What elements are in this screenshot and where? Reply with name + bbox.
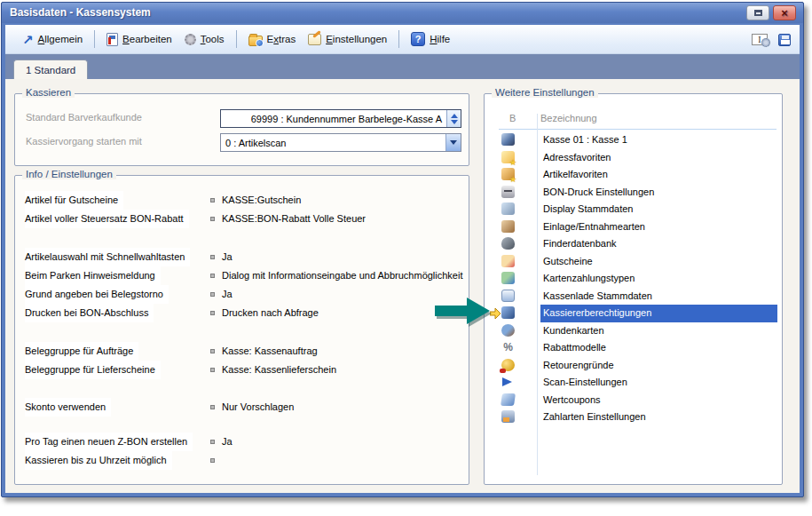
list-item-kundenkarten[interactable]: Kundenkarten [485, 322, 780, 340]
percent-icon: % [501, 341, 515, 353]
barverkaufkunde-field[interactable]: 69999 : Kundennummer Barbelege-Kasse A [220, 109, 461, 128]
list-item-einlage-entnahmearten[interactable]: Einlage/Entnahmearten [485, 218, 780, 236]
list-item-label: Kasse 01 : Kasse 1 [540, 131, 777, 149]
arrow-up-right-icon: ↗ [22, 33, 34, 46]
list-item-label: Display Stammdaten [540, 201, 777, 218]
info-row-label: Pro Tag einen neuen Z-BON erstellen [25, 433, 193, 451]
info-row: Beleggruppe für LieferscheineKasse: Kass… [15, 361, 469, 379]
toolbar-item-tools[interactable]: Tools [178, 31, 231, 48]
dropdown-arrow-icon[interactable] [445, 134, 461, 151]
list-item-label: Kartenzahlungstypen [540, 270, 777, 288]
close-button[interactable]: × [773, 5, 796, 20]
info-row-value: Drucken nach Abfrage [222, 304, 319, 322]
toolbar-item-bearbeiten[interactable]: Bearbeiten [100, 30, 178, 49]
toolbar-separator [398, 30, 399, 48]
toolbar-separator [94, 30, 95, 48]
list-item-kassiererberechtigungen[interactable]: Kassiererberechtigungen [485, 305, 780, 322]
bullet-square-icon [210, 311, 215, 315]
bullet-square-icon [210, 349, 215, 353]
info-row: Grund angeben bei BelegstornoJa [15, 285, 469, 304]
list-item-artikelfavoriten[interactable]: Artikelfavoriten [485, 166, 780, 184]
bullet-square-icon [210, 440, 215, 444]
list-item-label: Wertcoupons [540, 392, 777, 409]
list-item-label: Kundenkarten [540, 322, 777, 340]
group-info-title: Info / Einstellungen [22, 169, 116, 179]
info-row: Artikel voller Steuersatz BON-RabattKASS… [15, 210, 469, 228]
tab-standard[interactable]: 1 Standard [13, 60, 88, 79]
title-bar[interactable]: Basisdaten - Kassensystem × [2, 3, 803, 23]
group-weitere-einstellungen: Weitere Einstellungen B Bezeichnung Kass… [484, 93, 783, 485]
folder-info-icon [248, 36, 263, 46]
list-item-label: Kassiererberechtigungen [540, 305, 777, 322]
list-header: B Bezeichnung [485, 113, 782, 129]
field-label-barverkaufkunde: Standard Barverkaufkunde [26, 112, 142, 123]
payment-cards-icon [501, 272, 515, 284]
list-item-label: Gutscheine [540, 253, 777, 271]
list-item-label: Finderdatenbank [540, 235, 777, 253]
content-area: Kassieren Standard Barverkaufkunde 69999… [5, 79, 800, 493]
list-item-kartenzahlungstypen[interactable]: Kartenzahlungstypen [485, 270, 780, 288]
document-icon [501, 290, 515, 302]
list-item-wertcoupons[interactable]: Wertcoupons [485, 392, 780, 409]
rename-cursor-icon[interactable]: I [752, 34, 768, 45]
minimize-button[interactable] [746, 5, 769, 20]
list-item-label: Einlage/Entnahmearten [540, 218, 777, 236]
group-kassieren-title: Kassieren [22, 87, 75, 98]
bullet-square-icon [210, 458, 215, 463]
toolbar-item-label: Tools [201, 34, 225, 44]
binoculars-icon [501, 237, 515, 250]
list-item-display-stammdaten[interactable]: Display Stammdaten [485, 201, 780, 218]
info-row-value: KASSE:BON-Rabatt Volle Steuer [222, 210, 366, 228]
list-item-rabattmodelle[interactable]: %Rabattmodelle [485, 339, 780, 357]
group-kassieren: Kassieren Standard Barverkaufkunde 69999… [14, 93, 469, 166]
list-item-kassenlade-stammdaten[interactable]: Kassenlade Stammdaten [485, 288, 780, 306]
adressfavoriten-icon [501, 151, 515, 163]
app-window: Basisdaten - Kassensystem × ↗AllgemeinBe… [1, 2, 804, 497]
header-underline [499, 129, 777, 130]
info-row-label: Beleggruppe für Lieferscheine [25, 361, 161, 379]
list-item-zahlarten-einstellungen[interactable]: Zahlarten Einstellungen [485, 409, 780, 426]
list-item-label: Retourengründe [540, 357, 777, 375]
info-row: Drucken bei BON-AbschlussDrucken nach Ab… [15, 304, 469, 322]
scan-arrow-icon [501, 376, 515, 388]
list-item-bon-druck-einstellungen[interactable]: BON-Druck Einstellungen [485, 184, 780, 202]
bullet-square-icon [210, 217, 215, 221]
toolbar-item-label: Einstellungen [326, 34, 387, 44]
close-icon: × [781, 7, 788, 19]
info-row-label: Skonto verwenden [25, 398, 111, 417]
list-item-kasse-01-kasse-1[interactable]: Kasse 01 : Kasse 1 [485, 131, 780, 149]
list-item-adressfavoriten[interactable]: Adressfavoriten [485, 149, 780, 167]
list-item-gutscheine[interactable]: Gutscheine [485, 253, 780, 271]
toolbar-separator [236, 30, 237, 48]
einlage-icon [501, 220, 515, 233]
info-row-value: Dialog mit Informationseingabe und Abbru… [222, 266, 463, 285]
toolbar: ↗AllgemeinBearbeitenToolsExtrasEinstellu… [5, 25, 800, 54]
info-row-label: Grund angeben bei Belegstorno [25, 285, 169, 304]
spinner-control[interactable] [446, 110, 461, 127]
toolbar-item-label: Hilfe [430, 34, 450, 44]
column-header-b[interactable]: B [509, 113, 516, 123]
spinner-up-icon[interactable] [451, 114, 458, 118]
info-row: Pro Tag einen neuen Z-BON erstellenJa [15, 433, 469, 451]
toolbar-item-einstellungen[interactable]: Einstellungen [302, 31, 393, 48]
info-row-label: Artikel für Gutscheine [25, 191, 123, 210]
barverkaufkunde-value: 69999 : Kundennummer Barbelege-Kasse A [221, 114, 446, 124]
toolbar-item-hilfe[interactable]: ?Hilfe [405, 29, 456, 49]
kasse-icon [501, 133, 515, 146]
spinner-down-icon[interactable] [451, 120, 458, 124]
save-floppy-icon[interactable] [778, 34, 791, 46]
bullet-square-icon [210, 274, 215, 278]
kassiervorgang-dropdown[interactable]: 0 : Artikelscan [220, 133, 461, 152]
list-item-retourengr-nde[interactable]: Retourengründe [485, 357, 780, 375]
toolbar-item-allgemein[interactable]: ↗Allgemein [16, 30, 89, 49]
info-row-label: Kassieren bis zu Uhrzeit möglich [25, 451, 172, 470]
pointer-arrow-icon [433, 294, 495, 328]
list-item-label: BON-Druck Einstellungen [540, 184, 777, 202]
info-row: Artikelauswahl mit SchnellwahltastenJa [15, 248, 469, 266]
list-item-scan-einstellungen[interactable]: Scan-Einstellungen [485, 374, 780, 392]
info-row: Beleggruppe für AufträgeKasse: Kassenauf… [15, 342, 469, 361]
column-header-bezeichnung[interactable]: Bezeichnung [540, 113, 597, 123]
list-item-finderdatenbank[interactable]: Finderdatenbank [485, 235, 780, 253]
tab-strip: 1 Standard [5, 54, 800, 79]
toolbar-item-extras[interactable]: Extras [242, 30, 303, 49]
